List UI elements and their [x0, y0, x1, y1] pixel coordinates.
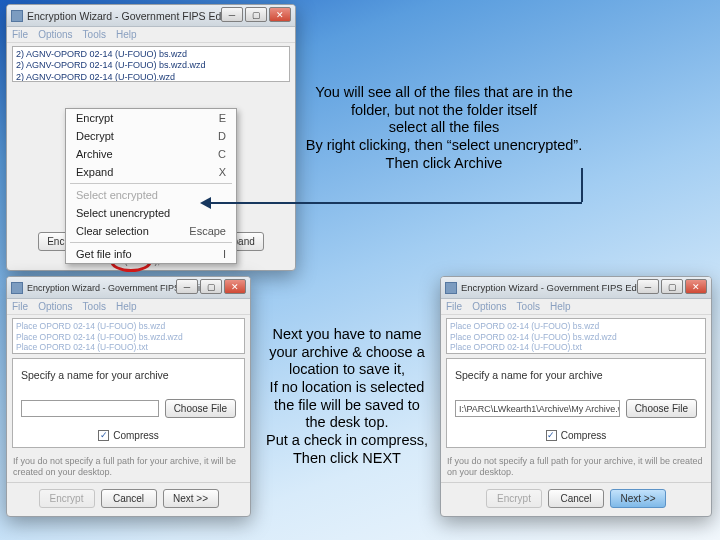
window-title: Encryption Wizard - Government FIPS Edit… [461, 282, 654, 293]
menu-options[interactable]: Options [38, 29, 72, 40]
menu-help[interactable]: Help [116, 301, 137, 312]
window-archive-right: Encryption Wizard - Government FIPS Edit… [440, 276, 712, 517]
archive-panel: Specify a name for your archive Choose F… [12, 358, 245, 448]
menu-options[interactable]: Options [472, 301, 506, 312]
ctx-get-file-info[interactable]: Get file infoI [66, 245, 236, 263]
archive-panel: Specify a name for your archive I:\PARC\… [446, 358, 706, 448]
window-archive-left: Encryption Wizard - Government FIPS Edit… [6, 276, 251, 517]
titlebar[interactable]: Encryption Wizard - Government FIPS Edit… [441, 277, 711, 299]
file-row[interactable]: Place OPORD 02-14 (U-FOUO) bs.wzd.wzd [450, 332, 702, 343]
menu-tools[interactable]: Tools [517, 301, 540, 312]
arrow-left-icon [200, 197, 211, 209]
archive-label: Specify a name for your archive [455, 369, 697, 381]
file-row[interactable]: Place OPORD 02-14 (U-FOUO).txt [450, 342, 702, 353]
checkbox-icon: ✓ [98, 430, 109, 441]
file-row[interactable]: 2) AGNV-OPORD 02-14 (U-FOUO) bs.wzd.wzd [16, 60, 286, 71]
archive-name-input[interactable]: I:\PARC\LWkearth1\Archive\My Archive.wzz [455, 400, 620, 417]
menu-tools[interactable]: Tools [83, 29, 106, 40]
context-menu: EncryptE DecryptD ArchiveC ExpandX Selec… [65, 108, 237, 264]
cancel-button[interactable]: Cancel [548, 489, 604, 508]
archive-note: If you do not specify a full path for yo… [13, 456, 244, 478]
file-row[interactable]: Place OPORD 02-14 (U-FOUO) bs.wzd.wzd [16, 332, 241, 343]
file-row[interactable]: 2) AGNV-OPORD 02-14 (U-FOUO) bs.wzd [16, 49, 286, 60]
titlebar[interactable]: Encryption Wizard - Government FIPS Edit… [7, 5, 295, 27]
archive-name-input[interactable] [21, 400, 159, 417]
ctx-archive[interactable]: ArchiveC [66, 145, 236, 163]
app-icon [11, 10, 23, 22]
close-button[interactable]: ✕ [224, 279, 246, 294]
nav-row: Encrypt Cancel Next >> [441, 482, 711, 516]
ctx-expand[interactable]: ExpandX [66, 163, 236, 181]
file-list[interactable]: Place OPORD 02-14 (U-FOUO) bs.wzd Place … [446, 318, 706, 354]
app-icon [445, 282, 457, 294]
menu-file[interactable]: File [446, 301, 462, 312]
file-row[interactable]: Place OPORD 02-14 (U-FOUO).txt [16, 342, 241, 353]
menu-options[interactable]: Options [38, 301, 72, 312]
minimize-button[interactable]: ─ [637, 279, 659, 294]
menubar: File Options Tools Help [7, 299, 250, 315]
file-list[interactable]: 2) AGNV-OPORD 02-14 (U-FOUO) bs.wzd 2) A… [12, 46, 290, 82]
menu-file[interactable]: File [12, 29, 28, 40]
callout-arrow [202, 196, 582, 210]
choose-file-button[interactable]: Choose File [626, 399, 697, 418]
next-button[interactable]: Next >> [163, 489, 219, 508]
close-button[interactable]: ✕ [269, 7, 291, 22]
titlebar[interactable]: Encryption Wizard - Government FIPS Edit… [7, 277, 250, 299]
archive-label: Specify a name for your archive [21, 369, 236, 381]
maximize-button[interactable]: ▢ [200, 279, 222, 294]
ctx-encrypt[interactable]: EncryptE [66, 109, 236, 127]
instruction-block-2: Next you have to name your archive & cho… [258, 326, 436, 468]
encrypt-button[interactable]: Encrypt [39, 489, 95, 508]
maximize-button[interactable]: ▢ [661, 279, 683, 294]
menu-help[interactable]: Help [116, 29, 137, 40]
file-row[interactable]: Place OPORD 02-14 (U-FOUO) bs.wzd [16, 321, 241, 332]
compress-checkbox[interactable]: ✓ Compress [455, 430, 697, 441]
cancel-button[interactable]: Cancel [101, 489, 157, 508]
menubar: File Options Tools Help [7, 27, 295, 43]
minimize-button[interactable]: ─ [221, 7, 243, 22]
menu-help[interactable]: Help [550, 301, 571, 312]
menu-file[interactable]: File [12, 301, 28, 312]
compress-checkbox[interactable]: ✓ Compress [21, 430, 236, 441]
window-title: Encryption Wizard - Government FIPS Edit… [27, 10, 241, 22]
file-row[interactable]: 2) AGNV-OPORD 02-14 (U-FOUO).wzd [16, 72, 286, 83]
app-icon [11, 282, 23, 294]
next-button[interactable]: Next >> [610, 489, 666, 508]
ctx-decrypt[interactable]: DecryptD [66, 127, 236, 145]
file-row[interactable]: Place OPORD 02-14 (U-FOUO) bs.wzd [450, 321, 702, 332]
choose-file-button[interactable]: Choose File [165, 399, 236, 418]
maximize-button[interactable]: ▢ [245, 7, 267, 22]
checkbox-icon: ✓ [546, 430, 557, 441]
menu-tools[interactable]: Tools [83, 301, 106, 312]
archive-note: If you do not specify a full path for yo… [447, 456, 705, 478]
file-list[interactable]: Place OPORD 02-14 (U-FOUO) bs.wzd Place … [12, 318, 245, 354]
encrypt-button[interactable]: Encrypt [486, 489, 542, 508]
minimize-button[interactable]: ─ [176, 279, 198, 294]
ctx-clear-selection[interactable]: Clear selectionEscape [66, 222, 236, 240]
instruction-block-1: You will see all of the files that are i… [294, 84, 594, 172]
close-button[interactable]: ✕ [685, 279, 707, 294]
menubar: File Options Tools Help [441, 299, 711, 315]
nav-row: Encrypt Cancel Next >> [7, 482, 250, 516]
